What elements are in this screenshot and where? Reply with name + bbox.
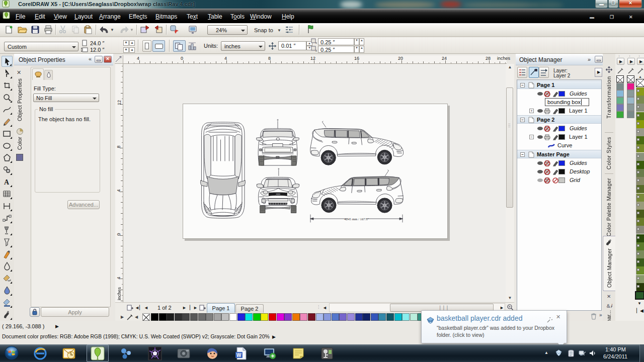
svg-text:A: A [4,178,10,186]
svg-text:W: W [236,352,242,358]
svg-text:x: x [315,41,317,44]
svg-text:y: y [315,49,317,52]
svg-text:＆A: ＆A [606,303,612,309]
svg-text:4245 mm / 167.1″: 4245 mm / 167.1″ [344,217,369,221]
